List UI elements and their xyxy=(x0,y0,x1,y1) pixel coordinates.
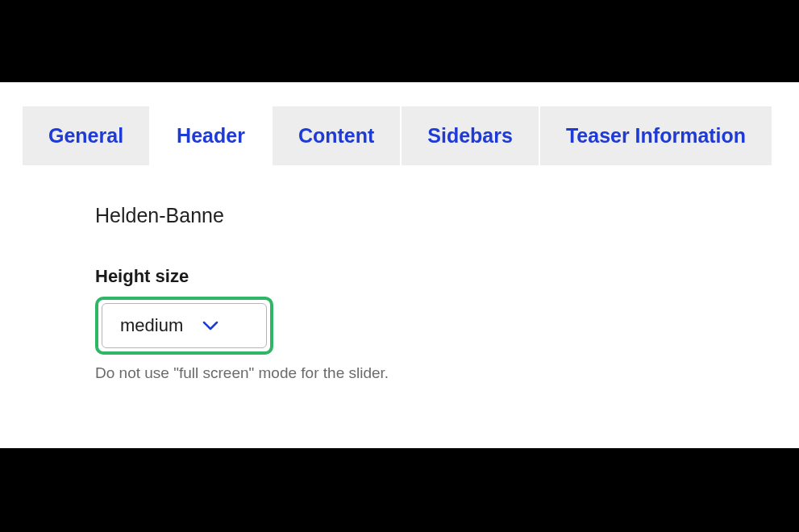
height-size-help-text: Do not use "full screen" mode for the sl… xyxy=(95,364,799,382)
tab-sidebars[interactable]: Sidebars xyxy=(402,106,539,165)
content-area: Helden-Banne Height size medium Do not u… xyxy=(23,165,799,382)
height-size-label: Height size xyxy=(95,266,799,287)
tab-teaser-information[interactable]: Teaser Information xyxy=(540,106,772,165)
chevron-down-icon xyxy=(202,321,218,331)
height-size-select[interactable]: medium xyxy=(102,303,267,348)
page-wrapper: General Header Content Sidebars Teaser I… xyxy=(0,82,799,448)
tabs-container: General Header Content Sidebars Teaser I… xyxy=(23,106,799,165)
tab-content[interactable]: Content xyxy=(273,106,400,165)
tab-header[interactable]: Header xyxy=(151,106,271,165)
tab-general[interactable]: General xyxy=(23,106,149,165)
select-highlight: medium xyxy=(95,297,273,355)
height-size-value: medium xyxy=(120,315,183,336)
section-title: Helden-Banne xyxy=(95,204,799,227)
